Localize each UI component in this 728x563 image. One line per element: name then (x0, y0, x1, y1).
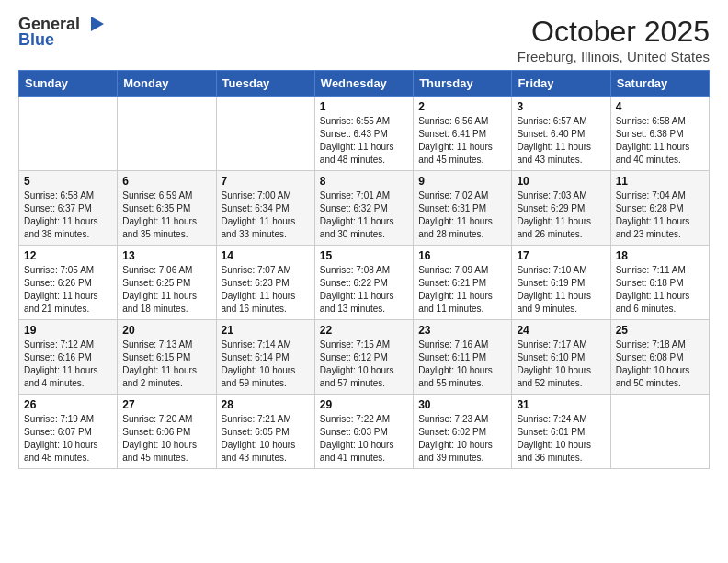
table-row: 20Sunrise: 7:13 AM Sunset: 6:15 PM Dayli… (118, 320, 216, 395)
day-info: Sunrise: 6:56 AM Sunset: 6:41 PM Dayligh… (418, 115, 506, 167)
svg-marker-0 (91, 17, 104, 31)
day-number: 29 (320, 398, 408, 411)
day-number: 31 (517, 398, 605, 411)
day-info: Sunrise: 7:24 AM Sunset: 6:01 PM Dayligh… (517, 413, 605, 465)
table-row: 5Sunrise: 6:58 AM Sunset: 6:37 PM Daylig… (19, 171, 118, 246)
table-row: 24Sunrise: 7:17 AM Sunset: 6:10 PM Dayli… (512, 320, 610, 395)
header-thursday: Thursday (414, 71, 512, 97)
day-number: 14 (222, 249, 310, 262)
table-row: 11Sunrise: 7:04 AM Sunset: 6:28 PM Dayli… (610, 171, 709, 246)
day-number: 12 (24, 249, 112, 262)
day-number: 11 (616, 175, 704, 188)
day-number: 5 (24, 175, 112, 188)
table-row: 2Sunrise: 6:56 AM Sunset: 6:41 PM Daylig… (414, 97, 512, 171)
logo: General Blue (18, 15, 104, 50)
day-info: Sunrise: 7:16 AM Sunset: 6:11 PM Dayligh… (418, 339, 506, 390)
table-row: 17Sunrise: 7:10 AM Sunset: 6:19 PM Dayli… (512, 246, 610, 320)
calendar-header-row: Sunday Monday Tuesday Wednesday Thursday… (19, 71, 710, 97)
day-number: 27 (122, 398, 210, 411)
page-container: General Blue October 2025 Freeburg, Illi… (0, 0, 728, 478)
table-row: 21Sunrise: 7:14 AM Sunset: 6:14 PM Dayli… (216, 320, 314, 395)
day-number: 22 (320, 324, 408, 337)
day-info: Sunrise: 7:11 AM Sunset: 6:18 PM Dayligh… (616, 264, 704, 316)
day-info: Sunrise: 7:23 AM Sunset: 6:02 PM Dayligh… (418, 413, 506, 465)
table-row: 22Sunrise: 7:15 AM Sunset: 6:12 PM Dayli… (314, 320, 413, 395)
calendar-week-row: 5Sunrise: 6:58 AM Sunset: 6:37 PM Daylig… (19, 171, 710, 246)
day-info: Sunrise: 7:18 AM Sunset: 6:08 PM Dayligh… (616, 339, 704, 390)
calendar-subtitle: Freeburg, Illinois, United States (518, 49, 710, 64)
table-row: 15Sunrise: 7:08 AM Sunset: 6:22 PM Dayli… (314, 246, 413, 320)
day-info: Sunrise: 7:09 AM Sunset: 6:21 PM Dayligh… (418, 264, 506, 316)
day-info: Sunrise: 7:22 AM Sunset: 6:03 PM Dayligh… (320, 413, 408, 465)
table-row: 18Sunrise: 7:11 AM Sunset: 6:18 PM Dayli… (610, 246, 709, 320)
day-number: 4 (616, 100, 704, 113)
table-row: 12Sunrise: 7:05 AM Sunset: 6:26 PM Dayli… (19, 246, 118, 320)
calendar-table: Sunday Monday Tuesday Wednesday Thursday… (18, 70, 710, 469)
table-row: 27Sunrise: 7:20 AM Sunset: 6:06 PM Dayli… (118, 395, 216, 469)
day-number: 30 (418, 398, 506, 411)
day-number: 2 (418, 100, 506, 113)
calendar-title: October 2025 (518, 15, 710, 49)
header-monday: Monday (118, 71, 216, 97)
table-row: 25Sunrise: 7:18 AM Sunset: 6:08 PM Dayli… (610, 320, 709, 395)
day-info: Sunrise: 7:20 AM Sunset: 6:06 PM Dayligh… (122, 413, 210, 465)
calendar-week-row: 12Sunrise: 7:05 AM Sunset: 6:26 PM Dayli… (19, 246, 710, 320)
header-tuesday: Tuesday (216, 71, 314, 97)
table-row (216, 97, 314, 171)
day-number: 26 (24, 398, 112, 411)
day-number: 10 (517, 175, 605, 188)
table-row: 19Sunrise: 7:12 AM Sunset: 6:16 PM Dayli… (19, 320, 118, 395)
day-info: Sunrise: 7:13 AM Sunset: 6:15 PM Dayligh… (122, 339, 210, 390)
day-number: 25 (616, 324, 704, 337)
day-number: 6 (122, 175, 210, 188)
table-row: 8Sunrise: 7:01 AM Sunset: 6:32 PM Daylig… (314, 171, 413, 246)
table-row: 23Sunrise: 7:16 AM Sunset: 6:11 PM Dayli… (414, 320, 512, 395)
day-info: Sunrise: 7:21 AM Sunset: 6:05 PM Dayligh… (222, 413, 310, 465)
table-row: 13Sunrise: 7:06 AM Sunset: 6:25 PM Dayli… (118, 246, 216, 320)
table-row: 16Sunrise: 7:09 AM Sunset: 6:21 PM Dayli… (414, 246, 512, 320)
day-number: 9 (418, 175, 506, 188)
table-row: 10Sunrise: 7:03 AM Sunset: 6:29 PM Dayli… (512, 171, 610, 246)
table-row (610, 395, 709, 469)
table-row: 1Sunrise: 6:55 AM Sunset: 6:43 PM Daylig… (314, 97, 413, 171)
day-info: Sunrise: 7:10 AM Sunset: 6:19 PM Dayligh… (517, 264, 605, 316)
day-info: Sunrise: 6:55 AM Sunset: 6:43 PM Dayligh… (320, 115, 408, 167)
table-row: 9Sunrise: 7:02 AM Sunset: 6:31 PM Daylig… (414, 171, 512, 246)
day-info: Sunrise: 7:14 AM Sunset: 6:14 PM Dayligh… (222, 339, 310, 390)
table-row: 4Sunrise: 6:58 AM Sunset: 6:38 PM Daylig… (610, 97, 709, 171)
day-number: 15 (320, 249, 408, 262)
day-info: Sunrise: 7:08 AM Sunset: 6:22 PM Dayligh… (320, 264, 408, 316)
day-number: 18 (616, 249, 704, 262)
day-info: Sunrise: 6:59 AM Sunset: 6:35 PM Dayligh… (122, 190, 210, 241)
day-info: Sunrise: 7:04 AM Sunset: 6:28 PM Dayligh… (616, 190, 704, 241)
day-number: 28 (222, 398, 310, 411)
table-row: 28Sunrise: 7:21 AM Sunset: 6:05 PM Dayli… (216, 395, 314, 469)
table-row: 7Sunrise: 7:00 AM Sunset: 6:34 PM Daylig… (216, 171, 314, 246)
table-row: 3Sunrise: 6:57 AM Sunset: 6:40 PM Daylig… (512, 97, 610, 171)
table-row: 14Sunrise: 7:07 AM Sunset: 6:23 PM Dayli… (216, 246, 314, 320)
table-row (118, 97, 216, 171)
day-number: 8 (320, 175, 408, 188)
day-info: Sunrise: 7:12 AM Sunset: 6:16 PM Dayligh… (24, 339, 112, 390)
day-number: 19 (24, 324, 112, 337)
day-info: Sunrise: 7:03 AM Sunset: 6:29 PM Dayligh… (517, 190, 605, 241)
day-number: 21 (222, 324, 310, 337)
day-number: 16 (418, 249, 506, 262)
day-info: Sunrise: 7:00 AM Sunset: 6:34 PM Dayligh… (222, 190, 310, 241)
day-info: Sunrise: 7:19 AM Sunset: 6:07 PM Dayligh… (24, 413, 112, 465)
table-row (19, 97, 118, 171)
day-number: 20 (122, 324, 210, 337)
day-info: Sunrise: 7:17 AM Sunset: 6:10 PM Dayligh… (517, 339, 605, 390)
day-number: 13 (122, 249, 210, 262)
calendar-week-row: 1Sunrise: 6:55 AM Sunset: 6:43 PM Daylig… (19, 97, 710, 171)
calendar-week-row: 19Sunrise: 7:12 AM Sunset: 6:16 PM Dayli… (19, 320, 710, 395)
day-info: Sunrise: 6:57 AM Sunset: 6:40 PM Dayligh… (517, 115, 605, 167)
calendar-week-row: 26Sunrise: 7:19 AM Sunset: 6:07 PM Dayli… (19, 395, 710, 469)
day-number: 1 (320, 100, 408, 113)
header-wednesday: Wednesday (314, 71, 413, 97)
day-number: 23 (418, 324, 506, 337)
day-number: 7 (222, 175, 310, 188)
logo-blue: Blue (18, 30, 54, 50)
day-info: Sunrise: 6:58 AM Sunset: 6:37 PM Dayligh… (24, 190, 112, 241)
day-number: 3 (517, 100, 605, 113)
